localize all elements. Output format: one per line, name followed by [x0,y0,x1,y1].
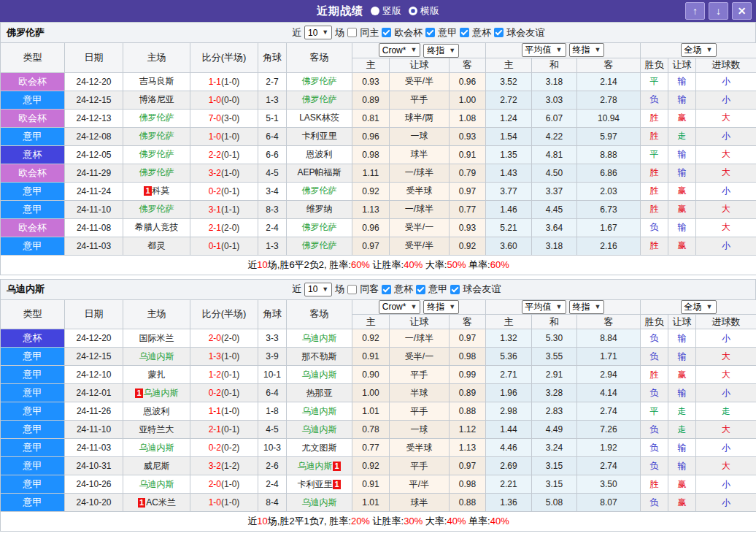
result-wdl-cell: 负 [641,384,668,402]
games-count-select[interactable]: 10▼ [304,26,332,39]
league-filter-label[interactable]: 意杯 [394,283,413,296]
date-cell: 24-11-10 [65,200,123,218]
result-wdl-cell: 负 [641,218,668,237]
odds-time-select[interactable]: 终指▼ [423,44,459,58]
away-team-cell: 乌迪内斯1 [287,457,352,475]
odds-away-cell: 0.99 [450,366,486,384]
home-team-cell: 佛罗伦萨 [123,164,190,182]
avg-time-select[interactable]: 终指▼ [569,300,605,314]
chevron-down-icon: ▼ [449,47,455,54]
odds-away-cell: 1.13 [450,439,486,457]
checkbox-unchecked[interactable] [347,28,357,37]
away-team-cell: 乌迪内斯 [287,366,352,384]
odds-home-cell: 0.91 [352,348,390,366]
radio-vertical-layout[interactable]: 竖版 [371,4,401,18]
checkbox-checked[interactable] [450,285,460,294]
avg-source-select[interactable]: 平均值▼ [522,300,566,314]
column-header: 角球 [258,43,287,73]
odds-source-select[interactable]: Crow*▼ [379,300,421,314]
odds-away-cell: 0.93 [450,127,486,145]
summary-row: 近10场,胜2平1负7, 胜率:20% 让胜率:30% 大率:40% 单率:40… [1,512,756,532]
odds-handicap-cell: 半球 [390,384,450,402]
league-filter-label[interactable]: 意甲 [428,283,447,296]
summary-text: 40% [490,516,509,527]
avg-time-select[interactable]: 终指▼ [569,43,605,57]
odds-handicap-cell: 受半/一 [390,218,450,237]
avg-away-cell: 8.07 [577,494,641,512]
avg-draw-cell: 4.22 [532,127,577,145]
league-cell: 欧会杯 [1,164,65,182]
radio-unselected-icon [409,7,417,15]
avg-draw-cell: 6.07 [532,109,577,127]
away-team-cell: 卡利亚里 [287,127,352,145]
result-goals-cell: 小 [696,127,756,145]
odds-home-cell: 0.81 [352,109,390,127]
league-filter-label[interactable]: 球会友谊 [506,26,544,39]
radio-horizontal-layout[interactable]: 横版 [409,4,439,18]
odds-time-select[interactable]: 终指▼ [423,300,459,314]
games-count-select[interactable]: 10▼ [304,283,332,296]
same-venue-label[interactable]: 同主 [360,26,379,39]
checkbox-checked[interactable] [425,28,435,37]
result-scope-select[interactable]: 全场▼ [681,43,717,57]
move-up-button[interactable]: ↑ [685,2,705,20]
league-filter-label[interactable]: 球会友谊 [463,283,501,296]
same-venue-label[interactable]: 同客 [360,283,379,296]
home-team-cell: 1乌迪内斯 [123,384,190,402]
summary-text: 60% [351,259,370,270]
result-handicap-cell: 输 [668,348,696,366]
home-team-cell: 博洛尼亚 [123,91,190,109]
summary-text: 近 [247,516,257,527]
league-cell: 意甲 [1,457,65,475]
checkbox-checked[interactable] [494,28,504,37]
result-handicap-cell: 输 [668,218,696,237]
checkbox-checked[interactable] [460,28,469,37]
odds-handicap-cell: 平手 [390,402,450,421]
avg-draw-cell: 4.49 [532,421,577,439]
league-filter-label[interactable]: 意杯 [472,26,491,39]
checkbox-unchecked[interactable] [347,285,357,294]
column-header: 类型 [1,299,65,329]
avg-source-header: 平均值▼终指▼ [486,299,641,315]
checkbox-checked[interactable] [382,285,391,294]
team-text: 恩波利 [144,406,170,416]
section-controls-bar: 乌迪内斯 近 10▼ 场 同客 意杯意甲球会友谊 [0,279,756,299]
avg-home-cell: 2.71 [486,366,532,384]
summary-cell: 近10场,胜2平1负7, 胜率:20% 让胜率:30% 大率:40% 单率:40… [1,512,756,532]
result-wdl-cell: 平 [641,145,668,164]
checkbox-checked[interactable] [416,285,425,294]
league-filter-label[interactable]: 意甲 [438,26,457,39]
summary-text: 40% [447,516,466,527]
avg-away-cell: 2.03 [577,182,641,200]
move-down-button[interactable]: ↓ [709,2,728,20]
date-cell: 24-11-03 [65,237,123,255]
corners-cell: 6-6 [258,145,287,164]
score-cell: 2-0(2-0) [190,329,258,348]
summary-text: 60% [490,259,509,270]
close-button[interactable]: ✕ [732,2,752,20]
avg-source-select[interactable]: 平均值▼ [522,43,566,57]
home-team-cell: 恩波利 [123,402,190,421]
avg-draw-cell: 3.37 [532,182,577,200]
checkbox-checked[interactable] [382,28,391,37]
sub-column-header: 主 [352,315,390,329]
odds-home-cell: 1.11 [352,164,390,182]
result-wdl-cell: 胜 [641,475,668,494]
avg-home-cell: 1.44 [486,421,532,439]
summary-row: 近10场,胜6平2负2, 胜率:60% 让胜率:40% 大率:50% 单率:60… [1,255,756,275]
result-scope-select[interactable]: 全场▼ [681,300,717,314]
odds-source-select[interactable]: Crow*▼ [379,43,421,57]
page-title: 近期战绩 [317,4,363,18]
column-header: 角球 [258,299,287,329]
team-name: 佛罗伦萨 [7,26,45,39]
match-row: 意甲 24-11-10 亚特兰大 2-1(0-1) 4-5 乌迪内斯 0.78 … [1,421,756,439]
odds-away-cell: 1.08 [450,109,486,127]
avg-draw-cell: 2.83 [532,402,577,421]
team-text: 佛罗伦萨 [302,185,337,196]
league-filter-label[interactable]: 欧会杯 [394,26,423,39]
red-card-badge: 1 [135,388,142,398]
result-handicap-cell: 赢 [668,182,696,200]
chevron-down-icon: ▼ [410,47,417,53]
chevron-down-icon: ▼ [449,304,455,310]
avg-home-cell: 5.21 [486,218,532,237]
